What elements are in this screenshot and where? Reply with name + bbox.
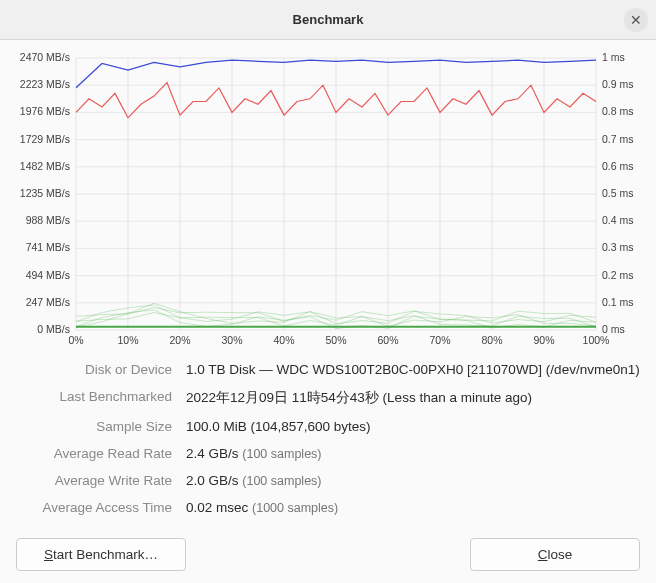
window-title: Benchmark <box>293 12 364 27</box>
svg-text:1235 MB/s: 1235 MB/s <box>20 187 70 199</box>
close-button[interactable]: Close <box>470 538 640 571</box>
label-read: Average Read Rate <box>16 446 186 461</box>
svg-text:741 MB/s: 741 MB/s <box>26 241 70 253</box>
value-read: 2.4 GB/s (100 samples) <box>186 446 640 461</box>
svg-text:1976 MB/s: 1976 MB/s <box>20 105 70 117</box>
svg-text:0.1 ms: 0.1 ms <box>602 296 634 308</box>
svg-text:30%: 30% <box>221 334 242 346</box>
svg-text:100%: 100% <box>583 334 610 346</box>
footer: Start Benchmark… Close <box>16 532 640 571</box>
start-benchmark-button[interactable]: Start Benchmark… <box>16 538 186 571</box>
svg-text:0.6 ms: 0.6 ms <box>602 160 634 172</box>
svg-text:1729 MB/s: 1729 MB/s <box>20 133 70 145</box>
svg-text:0.7 ms: 0.7 ms <box>602 133 634 145</box>
row-access: Average Access Time 0.02 msec (1000 samp… <box>16 494 640 521</box>
write-samples: (100 samples) <box>242 474 321 488</box>
svg-text:1482 MB/s: 1482 MB/s <box>20 160 70 172</box>
label-access: Average Access Time <box>16 500 186 515</box>
svg-text:60%: 60% <box>377 334 398 346</box>
row-disk: Disk or Device 1.0 TB Disk — WDC WDS100T… <box>16 356 640 383</box>
svg-text:2470 MB/s: 2470 MB/s <box>20 51 70 63</box>
benchmark-chart: 0 MB/s247 MB/s494 MB/s741 MB/s988 MB/s12… <box>16 50 640 350</box>
row-lastbench: Last Benchmarked 2022年12月09日 11時54分43秒 (… <box>16 383 640 413</box>
svg-text:494 MB/s: 494 MB/s <box>26 269 70 281</box>
label-sample: Sample Size <box>16 419 186 434</box>
value-lastbench: 2022年12月09日 11時54分43秒 (Less than a minut… <box>186 389 640 407</box>
svg-text:50%: 50% <box>325 334 346 346</box>
svg-text:0.9 ms: 0.9 ms <box>602 78 634 90</box>
info-table: Disk or Device 1.0 TB Disk — WDC WDS100T… <box>16 356 640 521</box>
svg-text:80%: 80% <box>481 334 502 346</box>
access-time: 0.02 msec <box>186 500 248 515</box>
svg-text:0.8 ms: 0.8 ms <box>602 105 634 117</box>
svg-text:2223 MB/s: 2223 MB/s <box>20 78 70 90</box>
svg-text:0.3 ms: 0.3 ms <box>602 241 634 253</box>
label-disk: Disk or Device <box>16 362 186 377</box>
svg-text:0.2 ms: 0.2 ms <box>602 269 634 281</box>
svg-text:90%: 90% <box>533 334 554 346</box>
titlebar: Benchmark ✕ <box>0 0 656 40</box>
label-lastbench: Last Benchmarked <box>16 389 186 407</box>
benchmark-window: Benchmark ✕ 0 MB/s247 MB/s494 MB/s741 MB… <box>0 0 656 583</box>
svg-text:40%: 40% <box>273 334 294 346</box>
value-access: 0.02 msec (1000 samples) <box>186 500 640 515</box>
value-disk: 1.0 TB Disk — WDC WDS100T2B0C-00PXH0 [21… <box>186 362 640 377</box>
svg-text:0.4 ms: 0.4 ms <box>602 214 634 226</box>
write-rate: 2.0 GB/s <box>186 473 239 488</box>
read-samples: (100 samples) <box>242 447 321 461</box>
access-samples: (1000 samples) <box>252 501 338 515</box>
svg-text:988 MB/s: 988 MB/s <box>26 214 70 226</box>
value-sample: 100.0 MiB (104,857,600 bytes) <box>186 419 640 434</box>
row-sample: Sample Size 100.0 MiB (104,857,600 bytes… <box>16 413 640 440</box>
svg-text:0%: 0% <box>68 334 83 346</box>
svg-text:70%: 70% <box>429 334 450 346</box>
svg-text:10%: 10% <box>117 334 138 346</box>
svg-text:1 ms: 1 ms <box>602 51 625 63</box>
label-write: Average Write Rate <box>16 473 186 488</box>
svg-text:0.5 ms: 0.5 ms <box>602 187 634 199</box>
read-rate: 2.4 GB/s <box>186 446 239 461</box>
svg-text:247 MB/s: 247 MB/s <box>26 296 70 308</box>
content-area: 0 MB/s247 MB/s494 MB/s741 MB/s988 MB/s12… <box>0 40 656 583</box>
close-icon[interactable]: ✕ <box>624 8 648 32</box>
chart-svg: 0 MB/s247 MB/s494 MB/s741 MB/s988 MB/s12… <box>16 50 640 350</box>
svg-text:20%: 20% <box>169 334 190 346</box>
svg-text:0 MB/s: 0 MB/s <box>37 323 70 335</box>
row-read: Average Read Rate 2.4 GB/s (100 samples) <box>16 440 640 467</box>
value-write: 2.0 GB/s (100 samples) <box>186 473 640 488</box>
row-write: Average Write Rate 2.0 GB/s (100 samples… <box>16 467 640 494</box>
